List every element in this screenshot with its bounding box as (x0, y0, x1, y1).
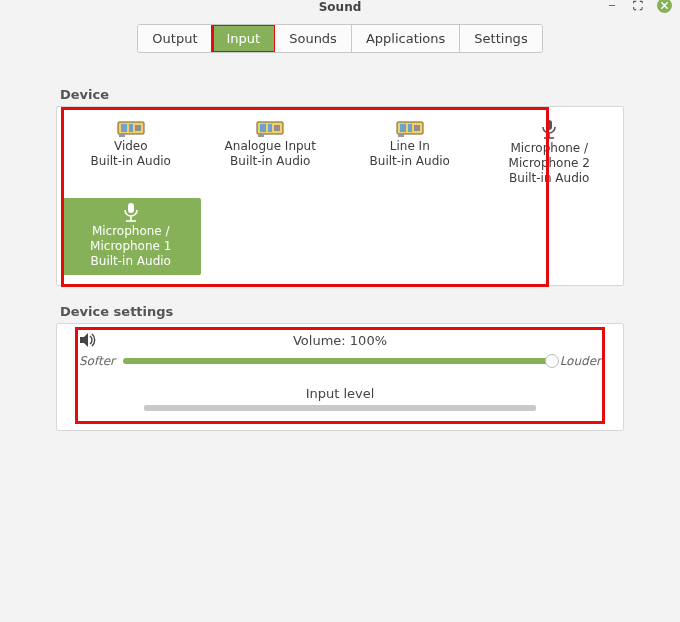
device-panel: VideoBuilt-in Audio Analogue InputBuilt-… (56, 106, 624, 286)
soundcard-icon (256, 119, 284, 139)
volume-icon (79, 332, 97, 348)
device-line-in[interactable]: Line InBuilt-in Audio (340, 115, 480, 192)
microphone-icon (121, 202, 141, 224)
tab-sounds[interactable]: Sounds (275, 25, 352, 52)
louder-label: Louder (560, 354, 601, 368)
tab-bar: Output Input Sounds Applications Setting… (137, 24, 542, 53)
device-heading: Device (60, 87, 624, 102)
window-minimize-button[interactable]: ─ (605, 0, 619, 13)
soundcard-icon (117, 119, 145, 139)
svg-rect-2 (129, 124, 133, 132)
svg-rect-11 (400, 124, 406, 132)
device-label: VideoBuilt-in Audio (91, 139, 171, 169)
device-label: Analogue InputBuilt-in Audio (225, 139, 316, 169)
svg-rect-14 (398, 134, 404, 137)
device-settings-heading: Device settings (60, 304, 624, 319)
svg-rect-4 (119, 134, 125, 137)
soundcard-icon (396, 119, 424, 139)
tab-output[interactable]: Output (138, 25, 212, 52)
device-video[interactable]: VideoBuilt-in Audio (61, 115, 201, 192)
svg-rect-8 (274, 125, 280, 131)
svg-rect-3 (135, 125, 141, 131)
input-level-label: Input level (79, 386, 601, 401)
microphone-icon (539, 119, 559, 141)
svg-marker-21 (80, 333, 88, 347)
svg-rect-12 (408, 124, 412, 132)
device-label: Microphone /Microphone 2Built-in Audio (509, 141, 590, 186)
window-close-button[interactable] (657, 0, 672, 13)
svg-rect-9 (258, 134, 264, 137)
device-settings-panel: Volume: 100% Softer Louder Input level (56, 323, 624, 431)
tab-settings[interactable]: Settings (460, 25, 541, 52)
device-microphone-1[interactable]: Microphone /Microphone 1Built-in Audio (61, 198, 201, 275)
softer-label: Softer (79, 354, 115, 368)
input-level-meter (144, 405, 536, 411)
device-label: Microphone /Microphone 1Built-in Audio (90, 224, 171, 269)
slider-thumb[interactable] (545, 354, 559, 368)
svg-rect-1 (121, 124, 127, 132)
svg-rect-15 (546, 120, 552, 130)
svg-rect-6 (260, 124, 266, 132)
svg-rect-13 (414, 125, 420, 131)
tab-input[interactable]: Input (213, 25, 276, 52)
volume-label: Volume: 100% (107, 333, 573, 348)
window-maximize-button[interactable]: ⛶ (631, 0, 645, 13)
svg-rect-7 (268, 124, 272, 132)
svg-rect-18 (128, 203, 134, 213)
volume-slider[interactable] (123, 358, 552, 364)
device-analogue-input[interactable]: Analogue InputBuilt-in Audio (201, 115, 341, 192)
device-label: Line InBuilt-in Audio (370, 139, 450, 169)
tab-applications[interactable]: Applications (352, 25, 460, 52)
device-microphone-2[interactable]: Microphone /Microphone 2Built-in Audio (480, 115, 620, 192)
window-title: Sound (319, 0, 362, 14)
